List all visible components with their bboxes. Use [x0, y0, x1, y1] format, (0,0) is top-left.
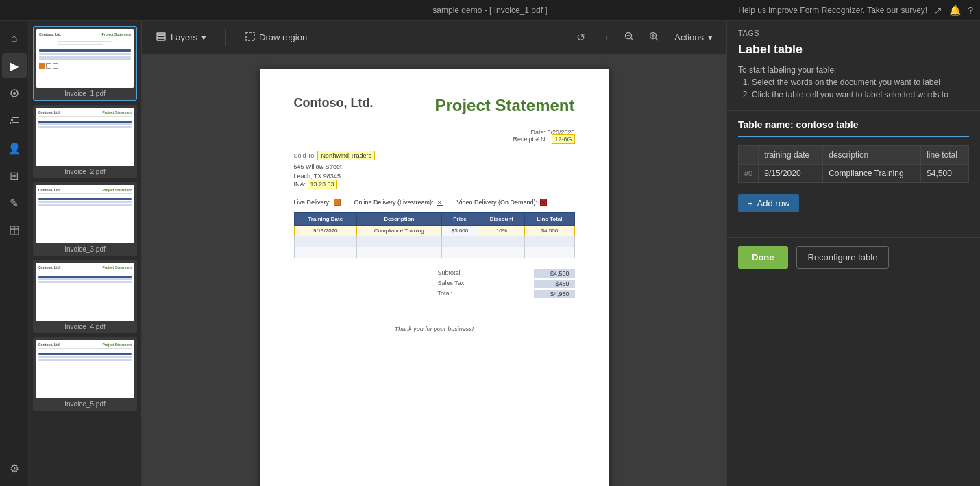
sidebar-item-edit[interactable]: ✎ — [2, 191, 27, 215]
label-row-0: #0 9/15/2020 Compliance Training $4,500 — [739, 165, 969, 183]
reconfigure-button[interactable]: Reconfigure table — [796, 246, 890, 269]
invoice-company: Contoso, Ltd. — [294, 96, 373, 110]
invoice-totals: Subtotal: $4,500 Sales Tax: $450 Total: … — [438, 269, 575, 298]
notification-icon[interactable]: 🔔 — [949, 5, 961, 16]
forward-button[interactable]: → — [595, 29, 614, 47]
invoice-receipt-line: Receipt # No. 12-6G — [294, 136, 575, 143]
svg-line-10 — [631, 38, 634, 40]
file-thumb-4[interactable]: ✓ Contoso, Ltd. Project Statement Invoic… — [33, 260, 137, 333]
label-col-description[interactable]: description — [823, 146, 921, 165]
invoice-table: Training Date Description Price Discount… — [294, 212, 575, 258]
panel-section-table: Table name: contoso table training date … — [727, 111, 980, 237]
delivery-online: Online Delivery (Livestream): ✕ — [354, 199, 443, 206]
zoom-out-button[interactable] — [620, 28, 639, 47]
sidebar-item-layout[interactable]: ⊞ — [2, 163, 27, 188]
live-delivery-label: Live Delivery: — [294, 199, 331, 206]
panel-title: Label table — [738, 42, 969, 57]
cell-discount-0[interactable]: 10% — [478, 226, 525, 236]
cell-linetotal-2[interactable] — [525, 247, 574, 258]
cell-desc-0[interactable]: Compliance Training — [357, 226, 442, 236]
delivery-video: Video Delivery (On Demand): ✕ — [457, 199, 547, 206]
cell-price-0[interactable]: $5,000 — [441, 226, 478, 236]
instructions-list: Select the words on the document you wan… — [738, 77, 969, 99]
toolbar-right: ↺ → — [572, 28, 718, 47]
cell-desc-1[interactable] — [357, 236, 442, 247]
actions-label: Actions — [674, 32, 704, 42]
file-thumb-1[interactable]: ✓ Contoso, Ltd. Project Statement — [33, 26, 137, 101]
sidebar-item-person[interactable]: 👤 — [2, 136, 27, 160]
sidebar-item-tag[interactable]: 🏷 — [2, 108, 27, 133]
instruction-2: Click the table cell you want to label s… — [752, 90, 969, 99]
invoice-sold-to: Sold To: Northwind Traders 545 Willow St… — [294, 151, 575, 188]
label-cell-desc-0[interactable]: Compliance Training — [823, 165, 921, 183]
table-row-2 — [294, 247, 574, 258]
totals-subtotal: Subtotal: $4,500 — [438, 269, 575, 278]
table-drag-handle[interactable]: ⋮⋮ — [284, 232, 298, 239]
cell-desc-2[interactable] — [357, 247, 442, 258]
file-thumb-2[interactable]: ✓ Contoso, Ltd. Project Statement Invoic… — [33, 105, 137, 178]
file-thumb-3[interactable]: ✓ Contoso, Ltd. Project Statement Invoic… — [33, 182, 137, 256]
tags-label: Tags — [738, 29, 969, 37]
label-col-rownum — [739, 146, 759, 165]
video-delivery-checkbox[interactable]: ✕ — [540, 199, 547, 206]
table-row-0: 9/13/2020 Compliance Training $5,000 10%… — [294, 226, 574, 236]
actions-button[interactable]: Actions ▾ — [669, 29, 718, 45]
label-col-line-total[interactable]: line total — [921, 146, 969, 165]
cell-date-2[interactable] — [294, 247, 357, 258]
layers-button[interactable]: Layers ▾ — [150, 28, 212, 47]
invoice-title: Project Statement — [434, 96, 574, 115]
done-button[interactable]: Done — [738, 246, 788, 269]
delivery-live: Live Delivery: — [294, 199, 341, 206]
sidebar-item-table[interactable] — [2, 218, 27, 243]
cell-date-0[interactable]: 9/13/2020 — [294, 226, 357, 236]
draw-region-button[interactable]: Draw region — [240, 29, 313, 46]
file-label-1: Invoice_1.pdf — [36, 88, 134, 97]
add-row-button[interactable]: + Add row — [738, 194, 799, 212]
panel-actions: Done Reconfigure table — [727, 237, 980, 277]
tax-label: INA: — [294, 181, 306, 188]
cell-date-1[interactable] — [294, 236, 357, 247]
cell-price-2[interactable] — [441, 247, 478, 258]
add-row-label: Add row — [757, 198, 790, 208]
draw-region-label: Draw region — [259, 32, 307, 42]
add-row-plus-icon: + — [748, 198, 753, 208]
cell-discount-2[interactable] — [478, 247, 525, 258]
zoom-in-button[interactable] — [644, 28, 663, 47]
label-cell-linetotal-0[interactable]: $4,500 — [921, 165, 969, 183]
date-label: Date: — [530, 129, 546, 136]
invoice-footer: Thank you for your business! — [294, 326, 575, 332]
invoice-date-line: Date: 6/20/2020 — [294, 129, 575, 136]
svg-point-1 — [13, 92, 16, 95]
external-link-icon[interactable]: ↗ — [934, 5, 942, 16]
draw-region-icon — [245, 32, 255, 43]
thumb-img-3: Contoso, Ltd. Project Statement — [36, 185, 134, 243]
cell-linetotal-1[interactable] — [525, 236, 574, 247]
sidebar-item-connection[interactable] — [2, 81, 27, 106]
layers-chevron: ▾ — [201, 32, 206, 42]
svg-rect-5 — [157, 33, 165, 35]
live-delivery-checkbox[interactable] — [334, 199, 341, 206]
file-label-3: Invoice_3.pdf — [36, 243, 134, 253]
table-row-1 — [294, 236, 574, 247]
receipt-label: Receipt # No. — [513, 136, 550, 143]
label-cell-date-0[interactable]: 9/15/2020 — [759, 165, 823, 183]
refresh-button[interactable]: ↺ — [572, 28, 589, 47]
online-delivery-checkbox[interactable]: ✕ — [437, 199, 443, 206]
sidebar-item-home[interactable]: ⌂ — [2, 26, 27, 51]
cell-discount-1[interactable] — [478, 236, 525, 247]
help-icon[interactable]: ? — [968, 5, 973, 16]
cell-linetotal-0[interactable]: $4,500 — [525, 226, 574, 236]
label-col-training-date[interactable]: training date — [759, 146, 823, 165]
file-thumb-5[interactable]: ✓ Contoso, Ltd. Project Statement Invoic… — [33, 337, 137, 411]
cell-price-1[interactable] — [441, 236, 478, 247]
file-label-4: Invoice_4.pdf — [36, 321, 134, 330]
total-label: Total: — [438, 290, 453, 298]
tax-label-totals: Sales Tax: — [438, 280, 466, 288]
sidebar-item-run[interactable]: ▶ — [2, 53, 27, 78]
actions-chevron: ▾ — [708, 32, 713, 42]
tax-value: 13.23.53 — [308, 180, 337, 189]
col-training-date: Training Date — [294, 213, 357, 226]
sidebar-item-settings[interactable]: ⚙ — [2, 456, 27, 481]
file-label-2: Invoice_2.pdf — [36, 166, 134, 175]
file-panel: ✓ Contoso, Ltd. Project Statement — [29, 21, 142, 486]
